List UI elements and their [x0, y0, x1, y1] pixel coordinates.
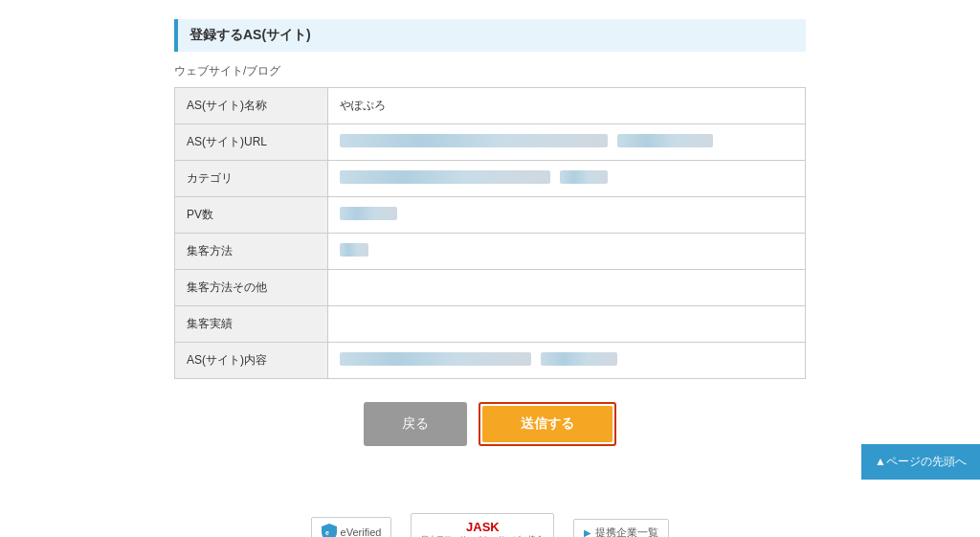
row-value-5: [328, 270, 806, 306]
row-value-2: [328, 161, 806, 197]
badge-partner[interactable]: ▶ 提携企業一覧: [573, 519, 669, 538]
row-label-2: カテゴリ: [175, 161, 328, 197]
row-label-1: AS(サイト)URL: [175, 124, 328, 161]
blurred-content: [340, 352, 531, 366]
row-label-4: 集客方法: [175, 234, 328, 270]
row-value-4: [328, 234, 806, 270]
svg-text:e: e: [325, 529, 329, 536]
table-row: 集客方法その他: [175, 270, 806, 306]
back-button[interactable]: 戻る: [364, 402, 467, 446]
form-container: 登録するAS(サイト) ウェブサイト/ブログ AS(サイト)名称 やぽぷろ AS…: [174, 19, 806, 446]
badge-everified: e eVerified: [311, 517, 392, 537]
blurred-pv: [340, 207, 397, 220]
footer-badges: e eVerified JASK 日本アフィリエイト・サービス協会 ▶ 提携企業…: [0, 513, 980, 537]
blurred-collect: [340, 243, 368, 257]
blurred-content2: [541, 352, 617, 366]
row-label-3: PV数: [175, 197, 328, 234]
table-row: 集客方法: [175, 234, 806, 270]
table-row: AS(サイト)URL: [175, 124, 806, 161]
row-value-1: [328, 124, 806, 161]
shield-verified-icon: e: [322, 524, 337, 537]
jask-label: JASK: [421, 520, 544, 534]
row-value-7: [328, 343, 806, 379]
section-subtitle: ウェブサイト/ブログ: [174, 63, 806, 79]
badge-everified-label: eVerified: [341, 526, 382, 537]
table-row: AS(サイト)内容: [175, 343, 806, 379]
blurred-cat: [340, 170, 550, 184]
row-value-3: [328, 197, 806, 234]
table-row: カテゴリ: [175, 161, 806, 197]
form-table: AS(サイト)名称 やぽぷろ AS(サイト)URL カテゴリ: [174, 87, 806, 379]
submit-button-wrapper: 送信する: [479, 402, 616, 446]
row-label-5: 集客方法その他: [175, 270, 328, 306]
row-label-7: AS(サイト)内容: [175, 343, 328, 379]
row-value-0: やぽぷろ: [328, 88, 806, 124]
table-row: AS(サイト)名称 やぽぷろ: [175, 88, 806, 124]
footer-area: e eVerified JASK 日本アフィリエイト・サービス協会 ▶ 提携企業…: [0, 484, 980, 537]
blurred-cat2: [560, 170, 608, 184]
row-label-0: AS(サイト)名称: [175, 88, 328, 124]
scroll-top-button[interactable]: ▲ページの先頭へ: [861, 444, 980, 480]
row-value-6: [328, 306, 806, 343]
table-row: PV数: [175, 197, 806, 234]
row-label-6: 集客実績: [175, 306, 328, 343]
blurred-url: [340, 134, 608, 147]
blurred-url2: [617, 134, 713, 147]
partner-label: 提携企業一覧: [595, 526, 658, 538]
submit-button[interactable]: 送信する: [482, 406, 612, 442]
partner-arrow-icon: ▶: [584, 527, 591, 538]
button-row: 戻る 送信する: [174, 402, 806, 446]
badge-jask: JASK 日本アフィリエイト・サービス協会: [411, 513, 554, 537]
section-header: 登録するAS(サイト): [174, 19, 806, 52]
table-row: 集客実績: [175, 306, 806, 343]
